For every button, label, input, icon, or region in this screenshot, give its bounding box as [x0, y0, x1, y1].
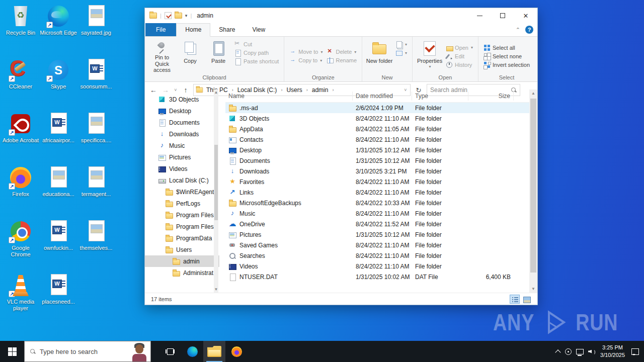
copy-button[interactable]: Copy	[176, 39, 204, 73]
details-view-button[interactable]	[510, 295, 520, 304]
open-button[interactable]: Open▾	[446, 44, 473, 51]
desktop-icon-soonsumm[interactable]: soonsumm...	[77, 58, 115, 90]
taskbar-firefox-button[interactable]	[225, 341, 248, 362]
desktop-icon-ccleaner[interactable]: ↗CCleaner	[2, 58, 39, 90]
desktop-icon-specificca[interactable]: specificca....	[77, 112, 115, 144]
paste-shortcut-button[interactable]: Paste shortcut	[234, 58, 279, 65]
nav-item-videos[interactable]: Videos	[145, 163, 219, 174]
network-icon[interactable]	[576, 349, 584, 354]
desktop-icon-recycle-bin[interactable]: Recycle Bin	[2, 4, 39, 36]
collapse-ribbon-icon[interactable]: ⌃	[516, 27, 520, 33]
desktop-icon-skype[interactable]: ↗Skype	[40, 58, 77, 90]
list-scrollbar[interactable]: ▲ ▼	[529, 89, 537, 293]
tray-chevron-icon[interactable]	[555, 349, 560, 354]
file-row-ntuser-dat[interactable]: NTUSER.DAT1/31/2025 10:02 AMDAT File6,40…	[225, 272, 537, 282]
nav-item-admin[interactable]: admin	[145, 255, 219, 267]
tab-file[interactable]: File	[145, 23, 176, 36]
qat-properties-icon[interactable]	[165, 12, 172, 19]
nav-scroll-down-icon[interactable]: ▼	[214, 287, 218, 293]
file-row-music[interactable]: ♪Music8/24/2022 11:10 AMFile folder	[225, 208, 537, 219]
volume-icon[interactable]	[588, 348, 596, 355]
file-row-saved-games[interactable]: Saved Games8/24/2022 11:10 AMFile folder	[225, 240, 537, 250]
nav-scroll-up-icon[interactable]: ▲	[214, 89, 218, 96]
list-scroll-down-icon[interactable]: ▼	[529, 285, 537, 293]
help-icon[interactable]: ?	[525, 26, 533, 34]
nav-item-pictures[interactable]: Pictures	[145, 151, 219, 163]
column-header-size[interactable]: Size	[468, 92, 514, 101]
start-button[interactable]	[0, 341, 24, 362]
nav-item-desktop[interactable]: Desktop	[145, 105, 219, 117]
desktop-icon-africaairpor[interactable]: africaairpor...	[40, 112, 77, 144]
tab-share[interactable]: Share	[210, 24, 244, 36]
nav-item-music[interactable]: ♪Music	[145, 140, 219, 151]
history-button[interactable]: History	[446, 61, 473, 68]
copy-path-button[interactable]: Copy path	[234, 49, 279, 56]
qat-folder-icon[interactable]	[149, 13, 157, 19]
move-to-button[interactable]: Move to▾	[289, 48, 323, 55]
file-row-pictures[interactable]: Pictures1/31/2025 10:12 AMFile folder	[225, 229, 537, 240]
paste-button[interactable]: Paste	[204, 39, 232, 73]
desktop-icon-adobe-acrobat[interactable]: ↗Adobe Acrobat	[2, 112, 39, 144]
minimize-button[interactable]	[468, 8, 491, 23]
file-row-ms-ad[interactable]: .ms-ad2/6/2024 1:09 PMFile folder	[225, 103, 537, 113]
tab-home[interactable]: Home	[176, 23, 210, 37]
delete-button[interactable]: Delete▾	[327, 48, 357, 55]
task-view-button[interactable]	[159, 341, 181, 362]
maximize-button[interactable]	[491, 8, 514, 23]
qat-new-folder-icon[interactable]	[175, 13, 182, 19]
nav-item-winreagent[interactable]: $WinREAgent	[145, 186, 219, 198]
nav-item-program-files[interactable]: Program Files	[145, 209, 219, 221]
tray-app-icon[interactable]	[565, 348, 572, 355]
column-header-date-modified[interactable]: Date modified	[353, 92, 412, 101]
new-item-button[interactable]: ▾	[395, 41, 407, 48]
tab-view[interactable]: View	[244, 24, 274, 36]
action-center-icon[interactable]	[631, 348, 639, 355]
file-row-downloads[interactable]: ↓Downloads3/10/2025 3:21 PMFile folder	[225, 166, 537, 176]
file-row-onedrive[interactable]: ☁OneDrive8/24/2022 11:52 AMFile folder	[225, 219, 537, 229]
cut-button[interactable]: Cut	[234, 41, 279, 48]
column-header-type[interactable]: Type	[412, 92, 468, 101]
nav-scroll-thumb[interactable]	[214, 145, 218, 220]
large-icons-view-button[interactable]	[521, 295, 531, 304]
properties-button[interactable]: Properties ▾	[416, 39, 444, 73]
qat-customize-dropdown-icon[interactable]: ▾	[185, 13, 188, 18]
desktop-icon-placesneed[interactable]: placesneed...	[40, 273, 77, 305]
close-button[interactable]: ✕	[514, 8, 537, 23]
file-row-microsoftedgebackups[interactable]: MicrosoftEdgeBackups8/24/2022 10:33 AMFi…	[225, 198, 537, 208]
file-row-favorites[interactable]: ★Favorites8/24/2022 11:10 AMFile folder	[225, 176, 537, 187]
pin-to-quick-access-button[interactable]: Pin to Quick access	[148, 39, 176, 73]
nav-item-downloads[interactable]: ↓Downloads	[145, 128, 219, 140]
desktop-icon-ownfuckin[interactable]: ownfuckin...	[40, 219, 77, 251]
file-row-contacts[interactable]: Contacts8/24/2022 11:10 AMFile folder	[225, 134, 537, 145]
list-scroll-up-icon[interactable]: ▲	[529, 89, 537, 97]
new-folder-button[interactable]: New folder	[365, 39, 393, 73]
taskbar-edge-button[interactable]	[181, 341, 203, 362]
nav-item-programdata[interactable]: ProgramData	[145, 232, 219, 244]
nav-item-documents[interactable]: Documents	[145, 117, 219, 128]
file-row-3d-objects[interactable]: 3D Objects8/24/2022 11:10 AMFile folder	[225, 113, 537, 124]
list-scroll-thumb[interactable]	[530, 99, 536, 273]
easy-access-button[interactable]: ▾	[395, 49, 407, 56]
desktop-icon-vlc-media-player[interactable]: ↗VLC media player	[2, 273, 39, 312]
nav-scrollbar[interactable]: ▲ ▼	[214, 89, 218, 293]
taskbar-file-explorer-button[interactable]	[203, 341, 225, 362]
desktop-icon-sayrated-jpg[interactable]: sayrated.jpg	[77, 4, 115, 36]
nav-item-administrat[interactable]: Administrat	[145, 267, 219, 279]
title-bar[interactable]: | ▾ | admin ✕	[145, 8, 537, 23]
desktop-icon-educationa[interactable]: educationa...	[40, 165, 77, 198]
desktop-icon-themselves[interactable]: themselves...	[77, 219, 115, 251]
desktop-icon-microsoft-edge[interactable]: ↗Microsoft Edge	[40, 4, 77, 36]
file-row-links[interactable]: ↗Links8/24/2022 11:10 AMFile folder	[225, 187, 537, 198]
nav-item-program-files[interactable]: Program Files	[145, 221, 219, 232]
nav-item-3d-objects[interactable]: 3D Objects	[145, 94, 219, 105]
nav-item-local-disk-c[interactable]: Local Disk (C:)	[145, 174, 219, 186]
edit-button[interactable]: Edit	[446, 53, 473, 60]
copy-to-button[interactable]: Copy to▾	[289, 57, 323, 64]
file-row-appdata[interactable]: AppData8/24/2022 11:05 AMFile folder	[225, 124, 537, 134]
rename-button[interactable]: Rename	[327, 57, 357, 64]
desktop-icon-termagent[interactable]: termagent...	[77, 165, 115, 198]
file-row-videos[interactable]: Videos8/24/2022 11:10 AMFile folder	[225, 261, 537, 272]
nav-item-perflogs[interactable]: PerfLogs	[145, 198, 219, 209]
invert-selection-button[interactable]: Invert selection	[484, 61, 530, 68]
file-row-desktop[interactable]: Desktop1/31/2025 10:12 AMFile folder	[225, 145, 537, 155]
